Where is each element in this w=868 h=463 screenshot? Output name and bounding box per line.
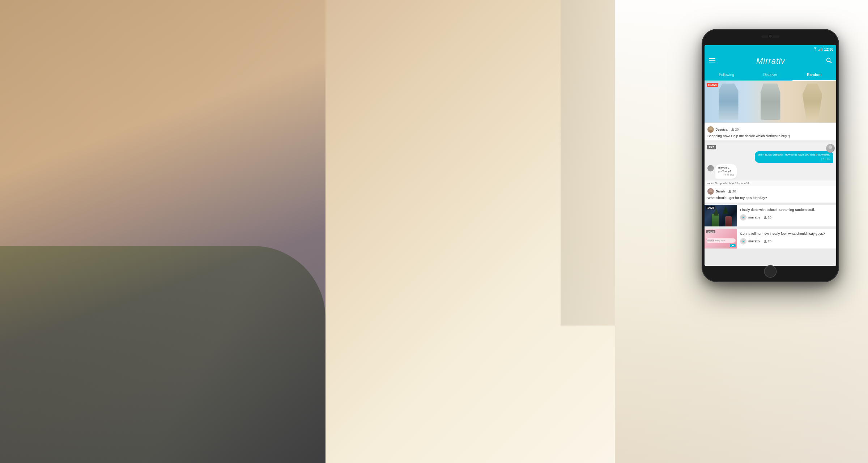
svg-point-18: [729, 190, 731, 192]
card-right-info-game: Finally done with school! Streaming rand…: [737, 205, 836, 226]
avatar-sarah: [707, 188, 714, 195]
phone-camera: [768, 34, 773, 38]
svg-line-9: [830, 61, 831, 63]
user-row-2: Sarah 20: [707, 188, 833, 195]
avatar-mirrativ-1: [740, 214, 746, 221]
svg-point-25: [764, 218, 767, 219]
phone-device: 12:30 Mirrativ: [702, 29, 839, 282]
svg-point-16: [709, 189, 712, 192]
svg-rect-5: [709, 58, 715, 59]
wifi-icon: [813, 47, 817, 51]
game-thumbnail: 14:25: [705, 205, 737, 226]
svg-marker-26: [731, 245, 734, 247]
app-title: Mirrativ: [756, 56, 785, 66]
signal-icon: [818, 47, 823, 51]
menu-icon[interactable]: [709, 58, 715, 64]
search-icon[interactable]: [826, 58, 832, 65]
shopping-thumbnail-bg: [705, 81, 836, 123]
card-thumbnail-shopping: 14:25: [705, 81, 836, 124]
user-row: Jessica 20: [707, 126, 833, 133]
svg-point-10: [709, 127, 712, 130]
svg-point-17: [709, 192, 713, 195]
tab-following[interactable]: Following: [705, 69, 748, 81]
card-info-chat: Sarah 20 What should I get for my bp's b…: [705, 186, 836, 202]
phone-screen: 12:30 Mirrativ: [705, 45, 836, 266]
viewer-count-2: 20: [728, 190, 736, 193]
chat-timer-badge: 1:25: [707, 145, 716, 149]
card-info-shopping: Jessica 20 Shopping now! Help me decide …: [705, 124, 836, 140]
avatar-jessica: [707, 126, 714, 133]
home-button[interactable]: [764, 265, 777, 278]
viewer-count-1: 20: [731, 128, 739, 131]
app-header: Mirrativ: [705, 53, 836, 69]
username-mirrativ-1: mirrativ: [748, 216, 760, 219]
svg-rect-7: [709, 63, 715, 63]
status-icons: 12:30: [813, 47, 833, 51]
chat-bubble-right: umm quick question, how long have you ha…: [755, 151, 833, 162]
svg-rect-2: [820, 49, 820, 51]
svg-point-11: [709, 130, 713, 133]
user-row-3: mirrativ 20: [740, 214, 833, 221]
username-mirrativ-2: mirrativ: [748, 239, 760, 243]
card-right-info-pink: Gonna tell her how I really feel! what s…: [737, 229, 836, 249]
curtain: [561, 0, 615, 326]
chat-bubble-left: maybe 2 yrs? why? 7:32 PM: [715, 164, 737, 179]
chat-preview-bg: 1:25 umm quick question, how long have y…: [705, 143, 836, 186]
svg-rect-6: [709, 60, 715, 61]
viewer-count-4: 20: [763, 239, 771, 243]
svg-point-22: [718, 209, 724, 215]
svg-rect-4: [822, 48, 822, 51]
svg-point-24: [765, 216, 766, 218]
pink-timer: 14:25: [706, 230, 715, 233]
stream-feed[interactable]: 14:25 Jessica: [705, 81, 836, 266]
svg-point-19: [728, 192, 731, 194]
clothes-grey: [761, 84, 780, 120]
viewer-count-3: 20: [763, 216, 771, 219]
stream-desc-chat: What should I get for my bp's birthday?: [707, 196, 833, 200]
pink-thumbnail: 14:25 hello- what is doing now: [705, 229, 737, 249]
person-silhouette: [0, 0, 326, 463]
tab-random[interactable]: Random: [792, 69, 836, 81]
clothes-beige: [803, 84, 822, 120]
svg-rect-3: [821, 48, 821, 51]
chat-avatar-sarah: [707, 165, 714, 171]
stream-card-chat[interactable]: 1:25 umm quick question, how long have y…: [705, 143, 836, 202]
chat-overlay: looks like you've had it for a while: [705, 180, 836, 186]
pink-chat-input: what is doing now: [706, 238, 736, 243]
phone-outer-shell: 12:30 Mirrativ: [702, 29, 839, 282]
user-row-4: mirrativ 20: [740, 238, 833, 245]
svg-point-0: [815, 51, 816, 51]
stream-card-pink[interactable]: 14:25 hello- what is doing now: [705, 229, 836, 249]
pink-send-btn[interactable]: [730, 244, 736, 247]
stream-card-shopping[interactable]: 14:25 Jessica: [705, 81, 836, 140]
avatar-mirrativ-2: [740, 238, 746, 245]
svg-point-28: [765, 240, 766, 242]
svg-point-8: [826, 58, 830, 62]
stream-desc-game: Finally done with school! Streaming rand…: [740, 208, 833, 212]
game-timer: 14:25: [706, 206, 715, 209]
stream-desc-pink: Gonna tell her how I really feel! what s…: [740, 232, 833, 236]
username-jessica: Jessica: [716, 128, 728, 131]
svg-point-29: [764, 242, 767, 243]
svg-point-12: [732, 128, 733, 130]
pink-thumb-bg: 14:25 hello- what is doing now: [705, 229, 737, 249]
live-badge: 14:25: [707, 83, 718, 87]
svg-marker-20: [714, 208, 719, 216]
svg-point-13: [731, 130, 734, 132]
tab-discover[interactable]: Discover: [748, 69, 792, 81]
stream-desc-shopping: Shopping now! Help me decide which cloth…: [707, 134, 833, 138]
svg-rect-1: [818, 50, 819, 51]
stream-card-game[interactable]: 14:25 Finally done with school! Streamin…: [705, 205, 836, 226]
username-sarah: Sarah: [716, 190, 725, 193]
status-bar: 12:30: [705, 45, 836, 53]
svg-point-14: [829, 145, 832, 149]
status-time: 12:30: [824, 47, 833, 51]
clothes-blue: [719, 84, 739, 120]
tabs-bar: Following Discover Random: [705, 69, 836, 81]
card-thumbnail-chat: 1:25 umm quick question, how long have y…: [705, 143, 836, 186]
